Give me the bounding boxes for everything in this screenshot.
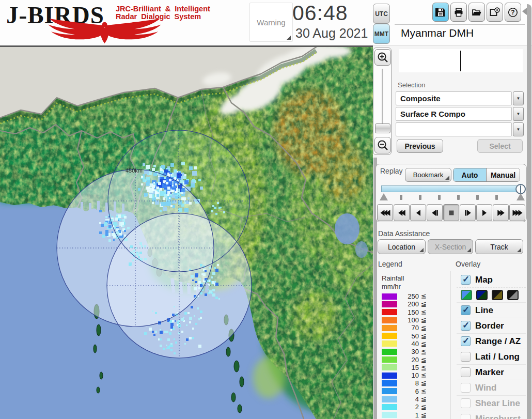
- replay-slider-track[interactable]: [381, 185, 521, 192]
- overlay-item-map[interactable]: ✓Map: [457, 272, 526, 287]
- extra-dropdown[interactable]: [396, 122, 512, 136]
- stop-button[interactable]: [443, 204, 459, 221]
- legend-suffix: ≦: [421, 308, 427, 316]
- overlay-item-line[interactable]: ✓Line: [457, 302, 526, 318]
- step-forward-button[interactable]: [460, 204, 476, 221]
- radar-map-canvas: 450km: [0, 47, 373, 419]
- play-forward-icon: [479, 209, 490, 216]
- open-folder-button[interactable]: [468, 3, 485, 22]
- overlay-item-range-az[interactable]: ✓Range / AZ: [457, 333, 526, 349]
- step-forward-icon: [462, 209, 474, 216]
- forward-icon: [495, 209, 507, 216]
- selection-section-label: Selection: [398, 81, 425, 89]
- map-zoom-in-button[interactable]: [374, 49, 391, 66]
- warning-button[interactable]: Warning: [249, 3, 293, 42]
- legend-suffix: ≦: [421, 340, 427, 348]
- save-button[interactable]: [432, 3, 449, 22]
- xsection-button[interactable]: X-Section: [428, 239, 473, 254]
- text-cursor: [460, 51, 461, 71]
- product-dropdown[interactable]: Surface R Compo: [396, 107, 512, 121]
- panel-collapse-arrow[interactable]: [522, 8, 527, 15]
- step-backward-button[interactable]: [427, 204, 443, 221]
- overlay-item-label: Microburst: [475, 414, 521, 419]
- legend-color-swatch: [382, 404, 397, 410]
- timezone-utc-button[interactable]: UTC: [373, 4, 390, 24]
- scheme-olive-swatch[interactable]: [492, 290, 503, 300]
- previous-button[interactable]: Previous: [397, 139, 443, 153]
- rewind-button[interactable]: [394, 204, 410, 221]
- checkbox-checked[interactable]: ✓: [461, 275, 471, 285]
- legend-color-swatch: [382, 309, 397, 315]
- legend-value: 4: [401, 395, 419, 403]
- import-image-icon: [489, 7, 500, 18]
- station-name-box[interactable]: [399, 49, 523, 72]
- overlay-item-label: Lati / Long: [475, 352, 520, 362]
- zoom-out-icon: [377, 139, 389, 151]
- scheme-day-swatch[interactable]: [461, 290, 472, 300]
- manual-mode-button[interactable]: Manual: [487, 168, 520, 181]
- play-forward-button[interactable]: [476, 204, 492, 221]
- category-dropdown-arrow[interactable]: ▼: [513, 91, 524, 105]
- overlay-item-wind[interactable]: Wind: [457, 380, 526, 395]
- mmt-label: MMT: [374, 30, 388, 38]
- svg-text:?: ?: [511, 9, 514, 16]
- category-dropdown-value: Composite: [400, 94, 441, 103]
- legend-suffix: ≦: [421, 300, 427, 308]
- extra-dropdown-arrow[interactable]: ▼: [513, 122, 524, 136]
- print-button[interactable]: [450, 3, 467, 22]
- radar-map[interactable]: 450km: [0, 45, 373, 419]
- scheme-gray-swatch[interactable]: [507, 290, 519, 300]
- legend-row: 70≦: [382, 324, 439, 332]
- bookmark-button[interactable]: Bookmark: [405, 168, 451, 182]
- header-bar: J-BIRDS JRC-Brilliant & Intelligent Rada…: [0, 0, 532, 45]
- checkbox-checked[interactable]: ✓: [461, 321, 471, 331]
- legend-row: 15≦: [382, 364, 439, 371]
- map-zoom-slider-handle[interactable]: [375, 123, 390, 133]
- select-button-label: Select: [489, 142, 510, 150]
- category-dropdown[interactable]: Composite: [396, 91, 512, 105]
- station-title: Myanmar DMH: [401, 27, 474, 39]
- rewind-fast-button[interactable]: [377, 204, 393, 221]
- overlay-options: ✓Map✓Line✓Border✓Range / AZLati / LongMa…: [457, 272, 526, 419]
- overlay-item-border[interactable]: ✓Border: [457, 318, 526, 333]
- legend-value: 100: [401, 316, 419, 324]
- legend-suffix: ≦: [421, 371, 427, 379]
- forward-button[interactable]: [493, 204, 509, 221]
- product-dropdown-arrow[interactable]: ▼: [513, 107, 524, 121]
- track-button-label: Track: [490, 243, 508, 251]
- checkbox-unchecked[interactable]: [461, 383, 471, 393]
- checkbox-checked[interactable]: ✓: [461, 336, 471, 346]
- select-button[interactable]: Select: [477, 139, 523, 153]
- checkbox-unchecked[interactable]: [461, 367, 471, 377]
- overlay-item-marker[interactable]: Marker: [457, 364, 526, 380]
- map-zoom-slider-track[interactable]: [382, 69, 383, 125]
- checkbox-unchecked[interactable]: [461, 398, 471, 408]
- legend-value: 10: [401, 371, 419, 379]
- overlay-item-shear-line[interactable]: Shear Line: [457, 395, 526, 411]
- import-image-button[interactable]: [487, 3, 503, 22]
- play-backward-icon: [413, 209, 424, 216]
- play-backward-button[interactable]: [410, 204, 426, 221]
- toolbar-divider: [395, 24, 525, 25]
- auto-mode-button[interactable]: Auto: [453, 168, 487, 181]
- help-button[interactable]: ?: [505, 3, 521, 22]
- overlay-item-microburst[interactable]: Microburst: [457, 411, 526, 419]
- legend-color-swatch: [382, 356, 397, 363]
- track-button[interactable]: Track: [475, 239, 523, 254]
- legend-color-swatch: [382, 380, 397, 386]
- replay-slider-handle[interactable]: [515, 184, 526, 194]
- checkbox-unchecked[interactable]: [461, 352, 471, 362]
- overlay-item-lati-long[interactable]: Lati / Long: [457, 349, 526, 364]
- legend-value: 30: [401, 348, 419, 355]
- rewind-fast-icon: [380, 209, 391, 216]
- forward-fast-button[interactable]: [509, 204, 525, 221]
- location-button[interactable]: Location: [378, 239, 426, 254]
- legend-color-swatch: [382, 325, 397, 331]
- checkbox-unchecked[interactable]: [461, 414, 471, 419]
- map-zoom-out-button[interactable]: [374, 137, 391, 153]
- checkbox-checked[interactable]: ✓: [461, 305, 471, 315]
- legend-suffix: ≦: [421, 403, 427, 411]
- dropdown-row-product: Surface R Compo ▼: [396, 107, 524, 121]
- timezone-mmt-button[interactable]: MMT: [373, 24, 390, 44]
- scheme-night-swatch[interactable]: [476, 290, 488, 300]
